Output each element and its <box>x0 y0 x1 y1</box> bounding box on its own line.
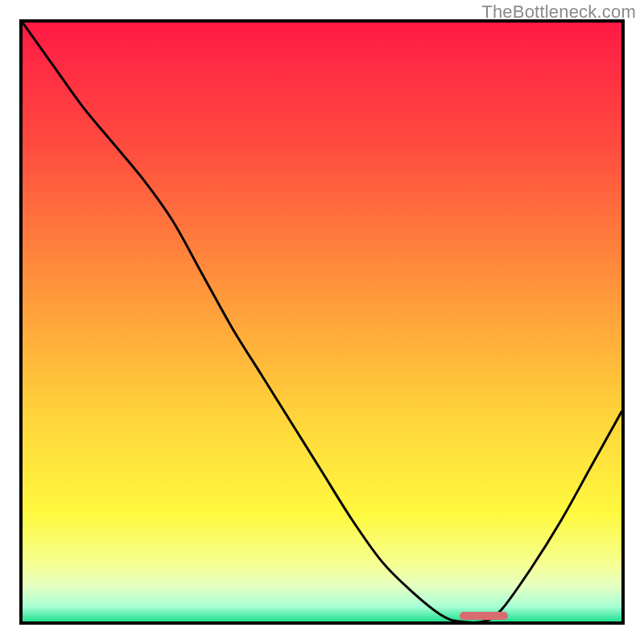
bottleneck-curve <box>23 23 621 621</box>
chart-frame: TheBottleneck.com <box>0 0 644 644</box>
optimal-range-marker <box>460 612 508 620</box>
plot-area <box>19 19 625 625</box>
